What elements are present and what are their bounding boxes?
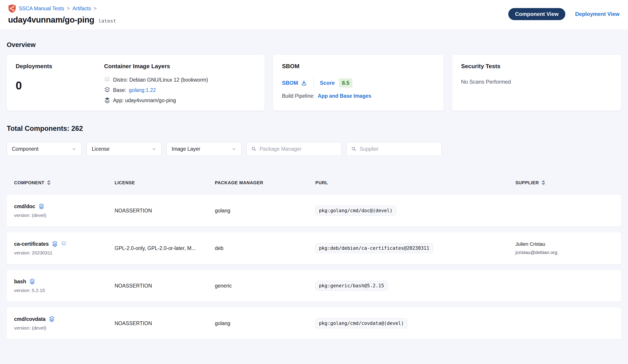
components-table: COMPONENT LICENSE PACKAGE MANAGER PURL S…	[7, 177, 621, 339]
column-header-purl-label: PURL	[315, 180, 328, 185]
table-row[interactable]: cmd/doc version: (devel) NOASSERTION gol…	[7, 195, 621, 227]
base-layer-label: Base:	[113, 87, 126, 93]
column-header-package-manager: PACKAGE MANAGER	[215, 180, 315, 185]
license-filter-label: License	[92, 146, 109, 152]
supplier-search-input[interactable]	[360, 146, 437, 152]
base-layer-dashed-icon	[61, 241, 67, 247]
package-manager-cell: golang	[215, 320, 315, 326]
app-layer-icon	[49, 316, 55, 322]
app-layer-icon	[29, 278, 35, 285]
distro-layer-line: Distro: Debian GNU/Linux 12 (bookworm)	[104, 76, 208, 83]
distro-layers-icon	[104, 76, 110, 83]
app-layer-text: App: uday4vunnam/go-ping	[113, 98, 176, 104]
license-cell: NOASSERTION	[115, 208, 215, 214]
license-cell: NOASSERTION	[115, 320, 215, 326]
image-layer-filter-label: Image Layer	[172, 146, 200, 152]
search-icon	[351, 146, 357, 152]
table-row[interactable]: bash version: 5.2.15 NOASSERTION generic…	[7, 270, 621, 302]
image-layer-filter-dropdown[interactable]: Image Layer	[166, 142, 241, 156]
build-pipeline-label: Build Pipeline:	[282, 93, 315, 99]
artifact-tag: latest	[98, 18, 116, 24]
base-layer-line: Base: golang:1.22	[104, 87, 208, 93]
component-version: version: (devel)	[14, 213, 115, 218]
sort-icon[interactable]	[47, 180, 51, 185]
purl-value: pkg:golang/cmd/doc@(devel)	[315, 206, 396, 216]
sbom-score-badge: 8.5	[339, 78, 352, 88]
sbom-card: SBOM SBOM Score 8.5	[273, 55, 444, 111]
license-cell: GPL-2.0-only, GPL-2.0-or-later, M...	[115, 245, 215, 251]
component-version: version: 5.2.15	[14, 288, 115, 293]
breadcrumb-artifacts-link[interactable]: Artifacts	[73, 5, 91, 12]
component-view-button[interactable]: Component View	[508, 8, 565, 20]
license-filter-dropdown[interactable]: License	[87, 142, 161, 156]
view-toggle: Component View Deployment View	[508, 8, 620, 20]
divider	[313, 78, 314, 88]
column-header-supplier[interactable]: SUPPLIER	[515, 180, 614, 185]
license-cell: NOASSERTION	[115, 283, 215, 289]
security-tests-status: No Scans Performed	[461, 79, 612, 85]
sbom-card-heading: SBOM	[282, 63, 435, 70]
deployments-label: Deployments	[16, 63, 104, 70]
breadcrumb-separator: >	[67, 5, 70, 11]
package-manager-search-input[interactable]	[260, 146, 337, 152]
breadcrumb-project-link[interactable]: SSCA Manual Tests	[19, 5, 64, 12]
purl-value: pkg:deb/debian/ca-certificates@20230311	[315, 243, 433, 253]
app-layer-icon	[38, 203, 44, 209]
component-name: cmd/doc	[14, 203, 35, 209]
search-icon	[251, 146, 256, 152]
column-header-license: LICENSE	[115, 180, 215, 185]
table-header-row: COMPONENT LICENSE PACKAGE MANAGER PURL S…	[7, 177, 621, 189]
component-name: ca-certificates	[14, 241, 49, 247]
table-row[interactable]: ca-certificates	[7, 232, 621, 264]
deployments-layers-card: Deployments 0 Container Image Layers Dis…	[7, 55, 265, 111]
ssca-module-icon	[8, 4, 16, 13]
component-name: bash	[14, 279, 26, 285]
page-header: SSCA Manual Tests > Artifacts > uday4vun…	[0, 0, 628, 30]
page-title: uday4vunnam/go-ping	[8, 15, 94, 25]
component-filter-dropdown[interactable]: Component	[7, 142, 82, 156]
package-manager-cell: deb	[215, 245, 315, 251]
base-image-link[interactable]: golang:1.22	[129, 87, 156, 93]
component-name: cmd/covdata	[14, 316, 46, 322]
column-header-purl: PURL	[315, 180, 515, 185]
supplier-name: Julien Cristau	[515, 241, 614, 247]
security-tests-card: Security Tests No Scans Performed	[452, 55, 621, 111]
build-pipeline-link[interactable]: App and Base Images	[318, 93, 371, 99]
package-manager-cell: generic	[215, 283, 315, 289]
sbom-download-link[interactable]: SBOM	[282, 80, 307, 86]
chevron-down-icon	[232, 146, 236, 151]
overview-heading: Overview	[7, 41, 621, 49]
breadcrumb-separator: >	[94, 5, 97, 11]
filters-row: Component License Image Layer	[7, 142, 621, 156]
chevron-down-icon	[72, 146, 77, 151]
sbom-score-label: Score	[320, 80, 335, 86]
deployment-view-button[interactable]: Deployment View	[575, 11, 620, 17]
app-layer-line: App: uday4vunnam/go-ping	[104, 97, 208, 104]
column-header-package-manager-label: PACKAGE MANAGER	[215, 180, 263, 185]
sbom-download-label: SBOM	[282, 80, 298, 86]
download-icon	[301, 80, 307, 86]
component-version: version: 20230311	[14, 250, 115, 255]
deployments-count: 0	[16, 79, 104, 92]
column-header-component[interactable]: COMPONENT	[14, 180, 115, 185]
package-manager-search	[246, 142, 341, 156]
column-header-component-label: COMPONENT	[14, 180, 44, 185]
distro-layer-text: Distro: Debian GNU/Linux 12 (bookworm)	[113, 77, 208, 83]
component-version: version: (devel)	[14, 325, 115, 331]
chevron-down-icon	[152, 146, 157, 151]
container-image-layers-label: Container Image Layers	[104, 63, 208, 70]
supplier-email: jcristau@debian.org	[515, 250, 614, 255]
purl-value: pkg:golang/cmd/covdata@(devel)	[315, 318, 407, 328]
column-header-license-label: LICENSE	[115, 180, 135, 185]
supplier-search	[346, 142, 442, 156]
purl-value: pkg:generic/bash@5.2.15	[315, 281, 388, 291]
table-row[interactable]: cmd/covdata version: (devel) NOASSERTION…	[7, 307, 621, 339]
security-tests-heading: Security Tests	[461, 63, 612, 70]
app-layer-icon	[52, 241, 58, 247]
base-layers-icon	[104, 87, 110, 93]
sort-icon[interactable]	[542, 180, 545, 185]
app-layers-icon	[104, 97, 110, 104]
package-manager-cell: golang	[215, 208, 315, 214]
component-filter-label: Component	[12, 146, 38, 152]
column-header-supplier-label: SUPPLIER	[515, 180, 539, 185]
